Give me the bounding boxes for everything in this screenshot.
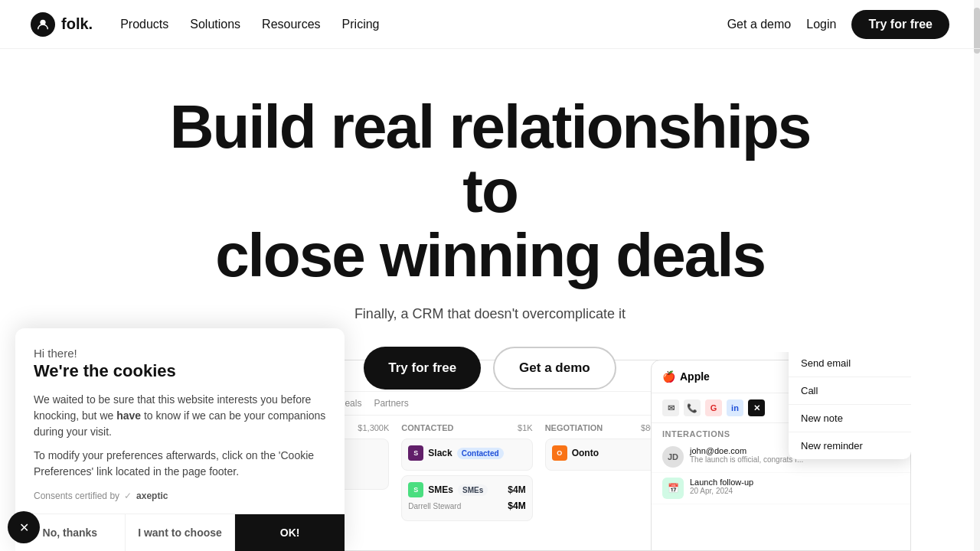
- sme-badge: SMEs: [458, 484, 488, 496]
- get-demo-button[interactable]: Get a demo: [727, 18, 792, 31]
- contacted-badge: Contacted: [457, 448, 504, 459]
- cookie-buttons: No, thanks I want to choose OK!: [15, 514, 345, 551]
- sme-logo: S: [408, 482, 423, 497]
- email-preview: The launch is official, congrats f...: [690, 455, 803, 464]
- email-address: john@doe.com: [690, 446, 803, 455]
- navbar-left: folk. Products Solutions Resources Prici…: [31, 12, 379, 37]
- context-new-reminder[interactable]: New reminder: [789, 432, 911, 459]
- hero-title: Build real relationships to close winnin…: [145, 95, 835, 288]
- logo-text: folk.: [61, 15, 93, 33]
- navbar-right: Get a demo Login Try for free: [727, 10, 949, 39]
- hero-try-free-button[interactable]: Try for free: [364, 347, 481, 390]
- cookie-title: We're the cookies: [34, 361, 326, 381]
- card-slack: S Slack Contacted: [401, 439, 532, 471]
- sme-amount: $4M: [508, 500, 525, 511]
- cookie-hi: Hi there!: [34, 347, 326, 360]
- want-to-choose-button[interactable]: I want to choose: [126, 514, 236, 551]
- hero-get-demo-button[interactable]: Get a demo: [493, 347, 616, 390]
- certified-text: Consents certified by: [34, 491, 119, 501]
- nav-links: Products Solutions Resources Pricing: [120, 18, 379, 31]
- axeptic-logo: axeptic: [136, 491, 168, 501]
- sme-detail-row: Darrell Steward $4M: [408, 500, 525, 511]
- checkmark-icon: ✓: [124, 491, 132, 501]
- follow-date: 20 Apr, 2024: [690, 487, 753, 495]
- x-icon: ✕: [19, 520, 29, 535]
- avatar-john: JD: [662, 446, 684, 468]
- login-button[interactable]: Login: [806, 18, 836, 31]
- follow-text: Launch follow-up: [690, 478, 753, 487]
- card-sme-row: S SMEs SMEs $4M: [408, 482, 525, 497]
- col-contacted: Contacted $1K S Slack Contacted S SMEs S…: [401, 423, 532, 526]
- interaction-follow: 📅 Launch follow-up 20 Apr, 2024: [652, 473, 910, 504]
- card-sme: S SMEs SMEs $4M Darrell Steward $4M: [401, 475, 532, 521]
- slack-name: Slack: [428, 448, 452, 458]
- nav-resources[interactable]: Resources: [262, 18, 320, 31]
- navbar: folk. Products Solutions Resources Prici…: [0, 0, 980, 49]
- nav-solutions[interactable]: Solutions: [190, 18, 240, 31]
- ok-button[interactable]: OK!: [235, 514, 345, 551]
- close-x-button[interactable]: ✕: [8, 511, 40, 543]
- nav-pricing[interactable]: Pricing: [342, 18, 380, 31]
- sme-value: $4M: [508, 484, 525, 495]
- hero-subtitle: Finally, a CRM that doesn't overcomplica…: [31, 306, 949, 322]
- cookie-modify: To modify your preferences afterwards, c…: [34, 448, 326, 480]
- cookie-banner: Hi there! We're the cookies We waited to…: [15, 328, 345, 551]
- follow-up-icon: 📅: [662, 478, 684, 499]
- nav-products[interactable]: Products: [120, 18, 168, 31]
- interaction-follow-content: Launch follow-up 20 Apr, 2024: [690, 478, 753, 495]
- logo[interactable]: folk.: [31, 12, 93, 37]
- card-slack-row: S Slack Contacted: [408, 445, 525, 461]
- logo-icon: [31, 12, 55, 37]
- oonto-name: Oonto: [572, 448, 599, 458]
- cookie-certified: Consents certified by ✓ axeptic: [34, 491, 326, 501]
- interaction-email-content: john@doe.com The launch is official, con…: [690, 446, 803, 464]
- slack-logo: S: [408, 445, 423, 461]
- try-free-button[interactable]: Try for free: [851, 10, 949, 39]
- sme-person: Darrell Steward: [408, 502, 461, 510]
- oonto-logo: O: [552, 445, 567, 461]
- cookie-body: We waited to be sure that this website i…: [34, 392, 326, 440]
- sme-name: SMEs: [428, 484, 453, 495]
